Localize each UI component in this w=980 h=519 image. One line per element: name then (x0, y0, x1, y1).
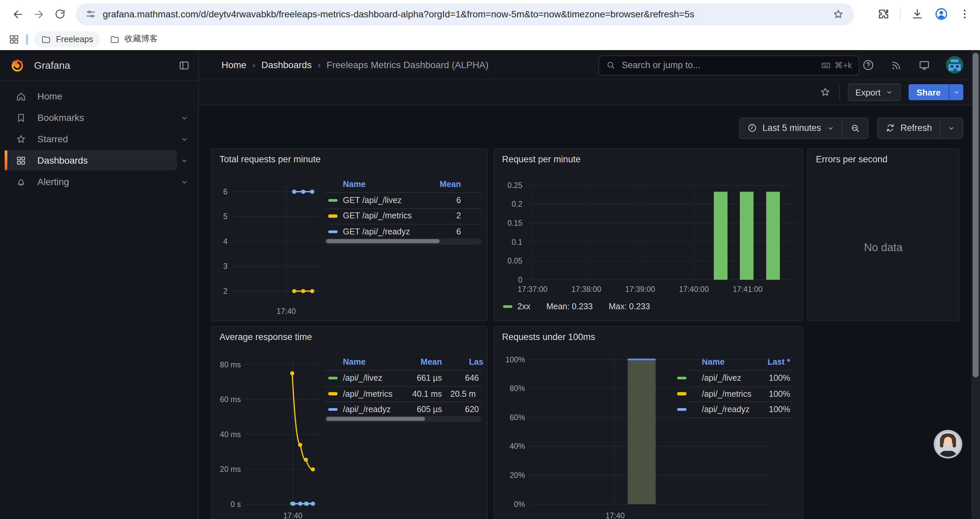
clock-icon (747, 123, 757, 133)
panel-average-response-time[interactable]: Average response time NameMeanLas/api/_/… (211, 326, 488, 519)
chevron-down-icon[interactable] (180, 177, 189, 186)
sidebar-item-alerting[interactable]: Alerting (0, 171, 198, 192)
chart: 6543217:40 (212, 149, 488, 321)
share-dropdown-button[interactable] (949, 85, 963, 101)
navbar: Home › Dashboards › Freeleaps Metrics Da… (199, 50, 971, 80)
breadcrumb-home[interactable]: Home (221, 59, 247, 70)
apps-grid-icon[interactable] (8, 33, 20, 45)
bookmark-star-icon[interactable] (832, 8, 845, 21)
user-avatar[interactable] (946, 56, 963, 73)
zoom-out-icon (850, 123, 860, 133)
grafana-logo[interactable] (10, 58, 25, 72)
chevron-down-icon (952, 88, 960, 96)
zoom-out-button[interactable] (842, 118, 868, 138)
profile-icon[interactable] (934, 7, 949, 21)
panel-request-per-minute[interactable]: Request per minute 2xx Mean: 0.233 Max: … (493, 148, 803, 321)
bookmarks-bar: Freeleaps收藏博客 (0, 28, 980, 50)
svg-text:20 ms: 20 ms (220, 465, 241, 473)
bookmark-label: 收藏博客 (124, 34, 158, 45)
panel-errors-per-second[interactable]: Errors per second No data (807, 148, 959, 321)
bookmark-item[interactable]: 收藏博客 (102, 31, 164, 48)
help-icon[interactable] (862, 58, 875, 71)
svg-text:17:41:00: 17:41:00 (732, 285, 762, 294)
chevron-down-icon[interactable] (180, 156, 189, 164)
svg-text:0%: 0% (514, 500, 525, 508)
breadcrumb-dashboards[interactable]: Dashboards (261, 59, 312, 70)
search-shortcut: ⌘+k (821, 60, 852, 70)
browser-toolbar: grafana.mathmast.com/d/deytv4rwavabkb/fr… (0, 0, 980, 28)
svg-text:17:38:00: 17:38:00 (571, 285, 601, 294)
brand-title[interactable]: Grafana (34, 59, 70, 71)
extensions-icon[interactable] (877, 7, 890, 21)
toolbar-divider (840, 85, 840, 100)
chevron-down-icon[interactable] (180, 113, 189, 122)
reload-button[interactable] (49, 3, 71, 25)
tab-group-indicator (26, 34, 28, 45)
panel-total-requests[interactable]: Total requests per minute NameMeanGET /a… (211, 148, 488, 321)
sidebar-item-label: Home (37, 91, 62, 102)
chevron-down-icon (947, 124, 955, 132)
share-button-group: Share (908, 85, 963, 101)
downloads-icon[interactable] (911, 7, 924, 21)
sidebar-menu: HomeBookmarksStarredDashboardsAlerting (0, 81, 198, 192)
time-range-group: Last 5 minutes (739, 117, 869, 139)
panel-title[interactable]: Errors per second (816, 154, 888, 164)
brand-row: Grafana (0, 50, 198, 81)
svg-text:5: 5 (223, 212, 228, 221)
main: Home › Dashboards › Freeleaps Metrics Da… (199, 50, 971, 519)
site-settings-icon[interactable] (85, 9, 96, 19)
menu-kebab-icon[interactable] (959, 8, 970, 20)
bookmark-item[interactable]: Freeleaps (34, 31, 100, 47)
star-icon (15, 133, 27, 145)
chrome-divider (900, 7, 900, 21)
svg-text:0.2: 0.2 (511, 200, 522, 208)
export-button[interactable]: Export (848, 84, 900, 101)
sidebar-item-label: Alerting (37, 176, 69, 187)
folder-icon (41, 34, 51, 45)
forward-icon (32, 8, 45, 21)
sidebar-item-label: Bookmarks (37, 112, 84, 123)
sidebar-toggle-icon[interactable] (178, 59, 190, 71)
news-rss-icon[interactable] (890, 58, 903, 71)
svg-text:0.05: 0.05 (507, 257, 522, 265)
keyboard-icon (821, 60, 831, 70)
page-scrollbar[interactable] (971, 50, 980, 519)
refresh-button[interactable]: Refresh (878, 118, 939, 138)
avatar-pixel-art (951, 59, 959, 62)
share-button[interactable]: Share (908, 85, 949, 101)
no-data-message: No data (808, 241, 959, 254)
refresh-interval-dropdown[interactable] (939, 118, 963, 138)
forward-button[interactable] (28, 3, 49, 25)
svg-text:0.15: 0.15 (507, 219, 522, 227)
svg-text:100%: 100% (505, 355, 525, 364)
assistant-avatar[interactable] (935, 431, 961, 457)
favorite-star-icon[interactable] (819, 86, 832, 99)
chevron-down-icon (826, 124, 834, 132)
sidebar-item-dashboards[interactable]: Dashboards (0, 150, 198, 171)
breadcrumb-separator: › (318, 60, 321, 70)
url-bar[interactable]: grafana.mathmast.com/d/deytv4rwavabkb/fr… (76, 3, 854, 25)
chart: 80 ms60 ms40 ms20 ms0 s17:40 (212, 326, 488, 519)
panel-requests-under-100ms[interactable]: Requests under 100ms NameLast */api/_/li… (493, 326, 803, 519)
svg-text:60%: 60% (509, 413, 525, 422)
sidebar-item-bookmarks[interactable]: Bookmarks (0, 107, 198, 128)
navbar-icons (862, 56, 963, 73)
search-input[interactable]: Search or jump to... ⌘+k (598, 55, 859, 75)
scrollbar-thumb[interactable] (973, 53, 978, 377)
chevron-down-icon[interactable] (180, 134, 189, 143)
svg-text:40 ms: 40 ms (220, 430, 241, 439)
sidebar-item-home[interactable]: Home (0, 86, 198, 107)
time-controls: Last 5 minutes (739, 117, 963, 139)
chevron-down-icon (885, 88, 893, 96)
dashboard-content: Last 5 minutes (199, 105, 971, 519)
grid-icon (15, 155, 27, 166)
svg-text:17:40: 17:40 (605, 511, 624, 519)
sidebar-item-starred[interactable]: Starred (0, 128, 198, 150)
monitor-icon[interactable] (918, 58, 931, 71)
time-range-picker[interactable]: Last 5 minutes (740, 118, 842, 138)
chart: 100%80%60%40%20%0%17:40 (494, 326, 803, 519)
reload-icon (54, 8, 66, 20)
svg-text:0: 0 (518, 276, 522, 284)
grafana-app: Grafana HomeBookmarksStarredDashboardsAl… (0, 50, 980, 519)
back-button[interactable] (7, 3, 28, 25)
